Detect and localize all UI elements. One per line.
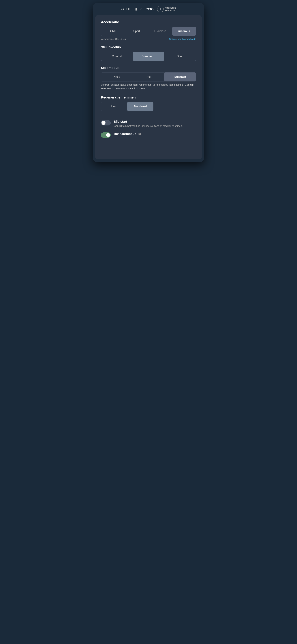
section-regeneratief: Regeneratief remmen Laag Standaard: [101, 96, 196, 111]
regeneratief-btn-group: Laag Standaard: [101, 102, 153, 111]
acceleratie-subtext-left: Verwarmen... Ca. 1+ uur: [101, 38, 126, 40]
screen-wrapper: ⊙ LTE ✳ 09:05 ⊛ PASSENGER AIRBAG ON: [93, 3, 204, 162]
btn-ludicrous[interactable]: Ludicrous: [148, 27, 172, 36]
bespaarmodus-info: Bespaarmodus ⓘ: [114, 132, 196, 137]
airbag-group: ⊛ PASSENGER AIRBAG ON: [157, 6, 176, 12]
bespaarmodus-info-icon[interactable]: ⓘ: [138, 132, 141, 136]
signal-bars: [134, 8, 137, 10]
slip-start-title: Slip start: [114, 120, 196, 124]
divider: [101, 116, 196, 116]
acceleratie-btn-group: Chill Sport Ludicrous Ludicrous+: [101, 27, 196, 36]
btn-standaard[interactable]: Standaard: [133, 52, 164, 61]
acceleratie-subtext-row: Verwarmen... Ca. 1+ uur Gebruik van Laun…: [101, 38, 196, 40]
stopmodus-description: Vergroot de actieradius door meer regene…: [101, 83, 196, 90]
btn-chill[interactable]: Chill: [101, 27, 125, 36]
airbag-label: PASSENGER AIRBAG ON: [165, 7, 176, 12]
toggle-row-bespaarmodus: Bespaarmodus ⓘ: [101, 132, 196, 138]
section-acceleratie: Acceleratie Chill Sport Ludicrous Ludicr…: [101, 20, 196, 40]
btn-comfort[interactable]: Comfort: [101, 52, 133, 61]
status-bar-inner: ⊙ LTE ✳ 09:05 ⊛ PASSENGER AIRBAG ON: [121, 6, 176, 12]
time-display: 09:05: [146, 8, 153, 11]
btn-laag[interactable]: Laag: [101, 102, 127, 111]
btn-sport[interactable]: Sport: [125, 27, 149, 36]
section-stuurmodus: Stuurmodus Comfort Standaard Sport: [101, 45, 196, 61]
status-bar: ⊙ LTE ✳ 09:05 ⊛ PASSENGER AIRBAG ON: [93, 3, 204, 15]
btn-sport-stuur[interactable]: Sport: [164, 52, 196, 61]
slip-start-toggle[interactable]: [101, 120, 111, 126]
launch-mode-link[interactable]: Gebruik van Launch Mode: [169, 38, 196, 40]
stuurmodus-btn-group: Comfort Standaard Sport: [101, 52, 196, 61]
airbag-badge: ⊛: [157, 6, 164, 12]
section-stopmodus: Stopmodus Kruip Rol Stilstaan Vergroot d…: [101, 66, 196, 90]
stopmodus-title: Stopmodus: [101, 66, 196, 70]
btn-stilstaan[interactable]: Stilstaan: [164, 72, 196, 81]
acceleratie-title: Acceleratie: [101, 20, 196, 24]
btn-standaard-regen[interactable]: Standaard: [127, 102, 153, 111]
bottom-spacer: [101, 142, 196, 154]
slip-start-desc: Gebruik om het voertuig uit sneeuw, zand…: [114, 124, 196, 128]
stuurmodus-title: Stuurmodus: [101, 45, 196, 49]
slip-start-slider: [101, 120, 111, 126]
btn-ludicrous-plus[interactable]: Ludicrous+: [172, 27, 196, 36]
bluetooth-icon: ✳: [140, 8, 142, 11]
slip-start-info: Slip start Gebruik om het voertuig uit s…: [114, 120, 196, 128]
lte-label: LTE: [126, 8, 131, 10]
bespaarmodus-slider: [101, 132, 111, 138]
bespaarmodus-toggle[interactable]: [101, 132, 111, 138]
regeneratief-title: Regeneratief remmen: [101, 96, 196, 100]
btn-rol[interactable]: Rol: [133, 72, 164, 81]
stopmodus-btn-group: Kruip Rol Stilstaan: [101, 72, 196, 82]
camera-icon: ⊙: [121, 7, 124, 11]
bespaarmodus-title: Bespaarmodus ⓘ: [114, 132, 196, 136]
btn-kruip[interactable]: Kruip: [101, 72, 133, 81]
main-content: Acceleratie Chill Sport Ludicrous Ludicr…: [95, 15, 202, 159]
toggle-row-slip-start: Slip start Gebruik om het voertuig uit s…: [101, 120, 196, 128]
